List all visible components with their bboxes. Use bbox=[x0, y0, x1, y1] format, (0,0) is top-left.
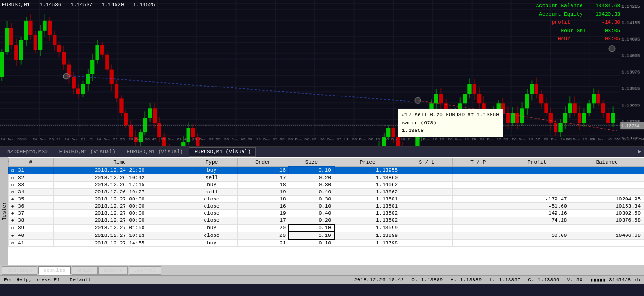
cell-type: buy bbox=[186, 182, 238, 189]
cell-size: 0.10 bbox=[289, 239, 334, 247]
gear-icon: ⊕ bbox=[11, 197, 14, 202]
cell-size: 0.10 bbox=[289, 203, 334, 210]
status-low: L: 1.13857 bbox=[489, 277, 520, 283]
cell-sl bbox=[401, 189, 453, 196]
page-icon: ◻ bbox=[11, 190, 14, 195]
cell-balance bbox=[570, 166, 644, 174]
tab-graph[interactable]: Graph bbox=[72, 266, 98, 275]
profit-label: profit bbox=[552, 19, 571, 25]
cell-time: 2018.12.27 00:00 bbox=[54, 210, 186, 217]
col-sl: S / L bbox=[401, 158, 453, 167]
status-right: 2018.12.26 10:42 O: 1.13889 H: 1.13889 L… bbox=[354, 277, 641, 283]
table-row[interactable]: ◻ 342018.12.26 19:27sell190.401.13862 bbox=[9, 189, 644, 196]
table-row[interactable]: ⊕ 402018.12.27 10:23close200.101.1389930… bbox=[9, 232, 644, 239]
cell-balance bbox=[570, 239, 644, 247]
tab-eurusd-3[interactable]: EURUSD,M1 (visual) bbox=[189, 147, 256, 157]
cell-sl bbox=[401, 166, 453, 174]
chart-tabs: NZDCHFpro,M30 EURUSD,M1 (visual) EURUSD,… bbox=[0, 147, 644, 157]
cell-type: sell bbox=[186, 189, 238, 196]
cell-num: ⊕ 38 bbox=[9, 217, 54, 225]
tab-scroll-arrow[interactable]: ► bbox=[635, 149, 644, 155]
table-row[interactable]: ◻ 412018.12.27 14:55buy210.101.13798 bbox=[9, 239, 644, 247]
cell-price: 1.13501 bbox=[334, 196, 401, 203]
cell-profit bbox=[504, 239, 570, 247]
table-row[interactable]: ⊕ 382018.12.27 00:00close170.201.1350274… bbox=[9, 217, 644, 225]
cell-time: 2018.12.26 10:42 bbox=[54, 174, 186, 182]
trade-table-body: ◻ 312018.12.24 21:30buy160.101.13955◻ 32… bbox=[9, 166, 644, 247]
table-row[interactable]: ◻ 392018.12.27 01:50buy200.101.13599 bbox=[9, 224, 644, 232]
tab-journal[interactable]: Journal bbox=[129, 266, 161, 275]
cell-type: buy bbox=[186, 166, 238, 174]
cell-num: ⊕ 37 bbox=[9, 210, 54, 217]
tab-nzdchf[interactable]: NZDCHFpro,M30 bbox=[2, 147, 53, 157]
page-icon: ◻ bbox=[11, 176, 14, 181]
cell-profit: 74.18 bbox=[504, 217, 570, 225]
table-row[interactable]: ◻ 312018.12.24 21:30buy160.101.13955 bbox=[9, 166, 644, 174]
page-icon: ◻ bbox=[11, 241, 14, 246]
table-row[interactable]: ⊕ 352018.12.27 00:00close180.301.13501-1… bbox=[9, 196, 644, 203]
close-label: C: bbox=[528, 277, 534, 283]
table-row[interactable]: ⊕ 372018.12.27 00:00close190.401.1350214… bbox=[9, 210, 644, 217]
table-scroll[interactable]: # Time Type Order Size Price S / L T / P… bbox=[8, 158, 644, 247]
cell-price: 1.13899 bbox=[334, 232, 401, 239]
cell-balance bbox=[570, 174, 644, 182]
memory-usage: ▮▮▮▮▮ 31454/8 kb bbox=[590, 277, 640, 283]
status-high: H: 1.13889 bbox=[450, 277, 482, 283]
volume-value: 50 bbox=[576, 277, 582, 283]
cell-balance: 10302.50 bbox=[570, 210, 644, 217]
tab-eurusd-2[interactable]: EURUSD,M1 (visual) bbox=[122, 147, 188, 157]
cell-price: 1.13502 bbox=[334, 217, 401, 225]
account-equity-line: Account Equity 10420.33 bbox=[536, 10, 620, 19]
cell-order: 16 bbox=[237, 166, 289, 174]
cell-tp bbox=[452, 174, 504, 182]
cell-type: sell bbox=[186, 174, 238, 182]
cell-time: 2018.12.27 10:23 bbox=[54, 232, 186, 239]
cell-balance bbox=[570, 189, 644, 196]
status-datetime: 2018.12.26 10:42 bbox=[354, 277, 404, 283]
table-row[interactable]: ◻ 332018.12.26 17:15buy180.301.14062 bbox=[9, 182, 644, 189]
table-row[interactable]: ◻ 322018.12.26 10:42sell170.201.13860 bbox=[9, 174, 644, 182]
chart-close: 1.14525 bbox=[133, 2, 155, 8]
cell-profit bbox=[504, 182, 570, 189]
cell-profit: 30.00 bbox=[504, 232, 570, 239]
tab-eurusd-2-label: EURUSD,M1 (visual) bbox=[127, 149, 183, 155]
tab-results[interactable]: Results bbox=[38, 266, 71, 275]
cell-profit bbox=[504, 166, 570, 174]
cell-tp bbox=[452, 203, 504, 210]
cell-price: 1.13862 bbox=[334, 189, 401, 196]
cell-balance bbox=[570, 182, 644, 189]
chart-bid: 1.14536 bbox=[39, 2, 61, 8]
cell-type: buy bbox=[186, 224, 238, 232]
cell-order: 19 bbox=[237, 210, 289, 217]
open-label: O: bbox=[411, 277, 418, 283]
cell-order: 20 bbox=[237, 232, 289, 239]
hour-gmt-line: Hour GMT 03:05 bbox=[536, 27, 620, 35]
tab-journal-label: Journal bbox=[134, 268, 156, 273]
tab-report[interactable]: Report bbox=[98, 266, 128, 275]
cell-sl bbox=[401, 196, 453, 203]
bottom-tabs: Settings Results Graph Report Journal bbox=[0, 265, 644, 275]
cell-price: 1.13955 bbox=[334, 166, 401, 174]
cell-tp bbox=[452, 196, 504, 203]
gear-icon: ⊕ bbox=[11, 234, 14, 238]
tooltip-line3: 1.13858 bbox=[402, 127, 499, 135]
col-type: Type bbox=[186, 158, 238, 167]
tab-results-label: Results bbox=[44, 268, 65, 273]
cell-num: ◻ 33 bbox=[9, 182, 54, 189]
status-bar: For Help, press F1 Default 2018.12.26 10… bbox=[0, 275, 644, 284]
tab-eurusd-1[interactable]: EURUSD,M1 (visual) bbox=[54, 147, 121, 157]
cell-type: close bbox=[186, 217, 238, 225]
page-icon: ◻ bbox=[11, 183, 14, 188]
hour-gmt-label: Hour GMT bbox=[561, 28, 586, 34]
cell-sl bbox=[401, 224, 453, 232]
cell-size: 0.40 bbox=[289, 189, 334, 196]
account-equity-value: 10420.33 bbox=[595, 11, 620, 17]
cell-order: 17 bbox=[237, 217, 289, 225]
chart-bid2: 1.14537 bbox=[71, 2, 92, 8]
tab-settings[interactable]: Settings bbox=[2, 266, 37, 275]
cell-time: 2018.12.26 19:27 bbox=[54, 189, 186, 196]
cell-type: close bbox=[186, 210, 238, 217]
cell-price: 1.13599 bbox=[334, 224, 401, 232]
table-row[interactable]: ⊕ 362018.12.27 00:00close160.101.13501-5… bbox=[9, 203, 644, 210]
account-balance-line: Account Balance 10434.63 bbox=[536, 2, 620, 10]
